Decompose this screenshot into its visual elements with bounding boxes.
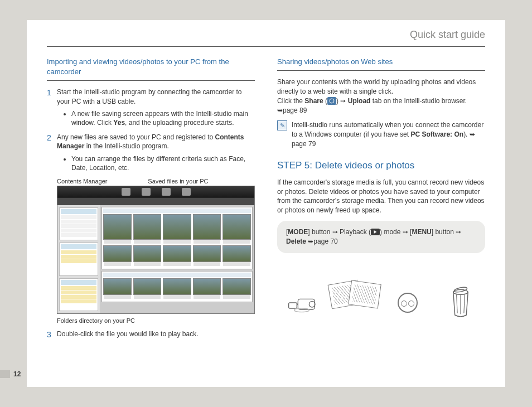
svg-point-3: [294, 308, 309, 312]
label-contents-manager: Contents Manager: [57, 178, 148, 185]
photo-frame-icon: [349, 280, 382, 308]
ss-panel-contents-manager: [59, 207, 98, 240]
text-fragment: ) ➙: [336, 97, 348, 105]
page-number-bar: [0, 370, 10, 378]
bold-text: Share: [304, 97, 323, 105]
movie-edit-icon: [162, 188, 171, 196]
text-fragment: ] button ➙ Playback (: [308, 228, 371, 236]
thumbnail: [103, 214, 132, 240]
thumbnail: [193, 245, 221, 262]
step-2: 2 Any new files are saved to your PC and…: [47, 133, 255, 172]
screenshot-labels: Contents Manager Saved files in your PC: [57, 178, 255, 185]
text-fragment: ] button ➙: [432, 228, 461, 236]
page-number: 12: [13, 370, 21, 378]
ss-sidebar: [57, 205, 100, 313]
film-reel-drawing: [383, 261, 432, 345]
ss-panel-connected-device: [59, 278, 98, 311]
ss-menu-bar: [57, 186, 254, 197]
share-globe-icon: [327, 97, 336, 105]
delete-instruction-callout: [MODE] button ➙ Playback () mode ➙ [MENU…: [277, 221, 485, 253]
step-3: 3 Double-click the file you would like t…: [47, 330, 255, 338]
section-title-sharing: Sharing videos/photos on Web sites: [277, 57, 485, 71]
bold-text: Upload: [348, 97, 371, 105]
step-5-paragraph: If the camcorder's storage media is full…: [277, 178, 485, 215]
right-column: Sharing videos/photos on Web sites Share…: [277, 57, 485, 380]
text-fragment: Share your contents with the world by up…: [277, 78, 476, 95]
left-column: Importing and viewing videos/photos to y…: [47, 57, 255, 380]
playback-mode-icon: [371, 229, 380, 235]
text-fragment: (: [323, 97, 327, 105]
text-fragment: in the Intelli-studio program.: [84, 142, 168, 150]
thumbnail: [193, 214, 221, 240]
photo-edit-icon: [142, 188, 151, 196]
text-fragment: Any new files are saved to your PC and r…: [57, 133, 215, 141]
thumbnail: [163, 278, 191, 295]
text-fragment: , and the uploading procedure starts.: [125, 119, 234, 127]
ss-main-area: [100, 205, 254, 313]
svg-line-5: [456, 294, 457, 313]
step-5-heading: STEP 5: Delete videos or photos: [277, 160, 485, 171]
text-fragment: ) mode ➙ [: [380, 228, 412, 236]
svg-point-1: [309, 301, 315, 307]
text-fragment: ➥page 70: [306, 238, 338, 245]
delete-illustration: [277, 261, 485, 345]
columns: Importing and viewing videos/photos to y…: [47, 57, 485, 380]
thumbnail: [223, 214, 251, 240]
reel-icon: [398, 293, 418, 313]
camcorder-drawing: [277, 261, 326, 345]
thumbnail: [223, 245, 251, 262]
section-title-importing: Importing and viewing videos/photos to y…: [47, 57, 255, 81]
label-saved-files: Saved files in your PC: [148, 178, 208, 185]
thumbnail: [193, 278, 221, 295]
step-1: 1 Start the Intelli-studio program by co…: [47, 88, 255, 127]
step-text: Start the Intelli-studio program by conn…: [57, 88, 242, 105]
bold-text: Yes: [113, 119, 125, 127]
step-text: Double-click the file you would like to …: [57, 330, 198, 338]
thumbnail: [163, 214, 191, 240]
bold-text: MODE: [288, 228, 308, 236]
thumbnail: [163, 245, 191, 262]
steps-list-continued: 3 Double-click the file you would like t…: [47, 330, 255, 338]
label-folders-directory: Folders directory on your PC: [57, 317, 255, 324]
bold-text: PC Software: On: [410, 130, 463, 138]
ss-group: [101, 207, 253, 269]
intelli-studio-screenshot: [57, 186, 255, 314]
step-number: 3: [47, 330, 51, 340]
note-block: ✎ Intelli-studio runs automatically when…: [277, 120, 485, 148]
step-number: 1: [47, 88, 51, 98]
bullet: A new file saving screen appears with th…: [71, 109, 255, 127]
ss-toolbar: [57, 197, 254, 205]
steps-list: 1 Start the Intelli-studio program by co…: [47, 88, 255, 172]
thumbnail: [133, 278, 162, 295]
share-icon: [182, 188, 191, 196]
bold-text: Delete: [286, 238, 306, 245]
thumbnail: [223, 278, 251, 295]
trash-drawing: [436, 261, 485, 345]
step-2-bullets: You can arrange the files by different c…: [71, 154, 255, 172]
step-1-bullets: A new file saving screen appears with th…: [71, 109, 255, 127]
page-title: Quick start guide: [47, 29, 485, 47]
note-icon: ✎: [277, 120, 287, 130]
thumbnail: [133, 245, 162, 262]
ss-group: [101, 271, 253, 302]
ss-body: [57, 205, 254, 313]
bullet: You can arrange the files by different c…: [71, 154, 255, 172]
note-text: Intelli-studio runs automatically when y…: [292, 120, 485, 148]
library-icon: [122, 188, 130, 196]
svg-rect-0: [298, 299, 315, 309]
text-fragment: Click the: [277, 97, 304, 105]
svg-line-7: [464, 294, 465, 313]
thumbnail: [103, 245, 132, 262]
thumbnail: [103, 278, 132, 295]
thumbnail: [133, 214, 162, 240]
page-content: Quick start guide Importing and viewing …: [27, 20, 505, 387]
bold-text: MENU: [412, 228, 431, 236]
sharing-paragraph: Share your contents with the world by up…: [277, 77, 485, 115]
ss-panel-my-computer: [59, 243, 98, 275]
svg-rect-2: [289, 303, 297, 308]
step-number: 2: [47, 133, 51, 143]
